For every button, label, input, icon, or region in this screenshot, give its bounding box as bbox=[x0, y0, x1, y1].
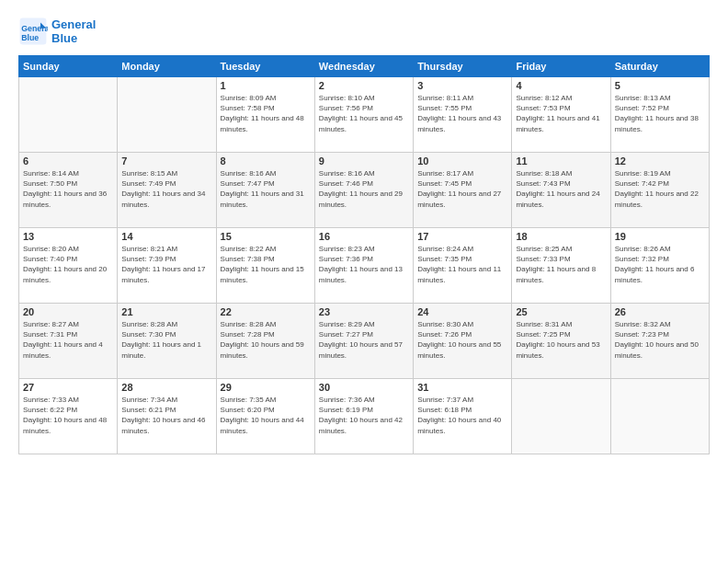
day-number: 22 bbox=[221, 306, 311, 317]
day-info: Sunrise: 8:24 AM Sunset: 7:35 PM Dayligh… bbox=[417, 244, 507, 285]
day-info: Sunrise: 8:09 AM Sunset: 7:58 PM Dayligh… bbox=[221, 93, 311, 134]
calendar-cell bbox=[118, 77, 216, 153]
calendar-header-row: SundayMondayTuesdayWednesdayThursdayFrid… bbox=[19, 56, 710, 77]
day-number: 29 bbox=[221, 382, 311, 393]
calendar-cell: 27Sunrise: 7:33 AM Sunset: 6:22 PM Dayli… bbox=[19, 379, 118, 454]
day-number: 19 bbox=[615, 231, 705, 242]
day-number: 17 bbox=[417, 231, 507, 242]
header-tuesday: Tuesday bbox=[216, 56, 314, 77]
day-number: 31 bbox=[417, 382, 507, 393]
calendar-cell: 1Sunrise: 8:09 AM Sunset: 7:58 PM Daylig… bbox=[216, 77, 314, 153]
day-info: Sunrise: 8:30 AM Sunset: 7:26 PM Dayligh… bbox=[417, 319, 507, 361]
day-number: 1 bbox=[221, 80, 311, 91]
day-number: 18 bbox=[516, 231, 606, 242]
day-info: Sunrise: 8:11 AM Sunset: 7:55 PM Dayligh… bbox=[417, 93, 507, 134]
calendar-cell bbox=[512, 379, 610, 454]
day-info: Sunrise: 7:33 AM Sunset: 6:22 PM Dayligh… bbox=[23, 395, 113, 436]
logo-text: GeneralBlue bbox=[51, 17, 96, 45]
day-number: 3 bbox=[417, 80, 507, 91]
calendar-cell: 15Sunrise: 8:22 AM Sunset: 7:38 PM Dayli… bbox=[216, 228, 314, 304]
day-info: Sunrise: 8:27 AM Sunset: 7:31 PM Dayligh… bbox=[23, 319, 113, 361]
calendar-cell: 13Sunrise: 8:20 AM Sunset: 7:40 PM Dayli… bbox=[19, 228, 118, 304]
day-number: 24 bbox=[417, 306, 507, 317]
day-info: Sunrise: 8:29 AM Sunset: 7:27 PM Dayligh… bbox=[319, 319, 409, 361]
day-info: Sunrise: 8:32 AM Sunset: 7:23 PM Dayligh… bbox=[615, 319, 705, 361]
calendar-cell: 25Sunrise: 8:31 AM Sunset: 7:25 PM Dayli… bbox=[512, 304, 610, 379]
calendar-cell: 26Sunrise: 8:32 AM Sunset: 7:23 PM Dayli… bbox=[610, 304, 709, 379]
day-info: Sunrise: 8:12 AM Sunset: 7:53 PM Dayligh… bbox=[516, 93, 606, 134]
header-thursday: Thursday bbox=[414, 56, 512, 77]
day-info: Sunrise: 8:10 AM Sunset: 7:56 PM Dayligh… bbox=[319, 93, 409, 134]
day-info: Sunrise: 8:13 AM Sunset: 7:52 PM Dayligh… bbox=[615, 93, 705, 134]
calendar-cell: 12Sunrise: 8:19 AM Sunset: 7:42 PM Dayli… bbox=[610, 153, 709, 228]
svg-text:General: General bbox=[21, 24, 48, 33]
calendar-week-4: 27Sunrise: 7:33 AM Sunset: 6:22 PM Dayli… bbox=[19, 379, 710, 454]
day-info: Sunrise: 8:31 AM Sunset: 7:25 PM Dayligh… bbox=[516, 319, 606, 361]
calendar-cell: 24Sunrise: 8:30 AM Sunset: 7:26 PM Dayli… bbox=[414, 304, 512, 379]
day-info: Sunrise: 8:26 AM Sunset: 7:32 PM Dayligh… bbox=[615, 244, 705, 285]
calendar-cell: 6Sunrise: 8:14 AM Sunset: 7:50 PM Daylig… bbox=[19, 153, 118, 228]
day-info: Sunrise: 7:37 AM Sunset: 6:18 PM Dayligh… bbox=[417, 395, 507, 436]
calendar-table: SundayMondayTuesdayWednesdayThursdayFrid… bbox=[18, 55, 710, 454]
day-number: 4 bbox=[516, 80, 606, 91]
calendar-cell: 21Sunrise: 8:28 AM Sunset: 7:30 PM Dayli… bbox=[118, 304, 216, 379]
day-number: 5 bbox=[615, 80, 705, 91]
day-number: 11 bbox=[516, 155, 606, 167]
calendar-cell: 7Sunrise: 8:15 AM Sunset: 7:49 PM Daylig… bbox=[118, 153, 216, 228]
day-number: 6 bbox=[23, 155, 113, 167]
day-number: 28 bbox=[121, 382, 211, 393]
day-info: Sunrise: 7:35 AM Sunset: 6:20 PM Dayligh… bbox=[221, 395, 311, 436]
day-number: 26 bbox=[615, 306, 705, 317]
day-number: 23 bbox=[319, 306, 409, 317]
day-info: Sunrise: 8:19 AM Sunset: 7:42 PM Dayligh… bbox=[615, 168, 705, 210]
day-info: Sunrise: 7:36 AM Sunset: 6:19 PM Dayligh… bbox=[319, 395, 409, 436]
day-number: 9 bbox=[319, 155, 409, 167]
calendar-cell: 5Sunrise: 8:13 AM Sunset: 7:52 PM Daylig… bbox=[610, 77, 709, 153]
day-info: Sunrise: 8:25 AM Sunset: 7:33 PM Dayligh… bbox=[516, 244, 606, 285]
header-wednesday: Wednesday bbox=[314, 56, 413, 77]
header-monday: Monday bbox=[118, 56, 216, 77]
calendar-cell bbox=[19, 77, 118, 153]
day-number: 2 bbox=[319, 80, 409, 91]
svg-text:Blue: Blue bbox=[21, 33, 39, 42]
day-info: Sunrise: 8:16 AM Sunset: 7:47 PM Dayligh… bbox=[221, 168, 311, 210]
day-info: Sunrise: 8:21 AM Sunset: 7:39 PM Dayligh… bbox=[121, 244, 211, 285]
day-info: Sunrise: 8:15 AM Sunset: 7:49 PM Dayligh… bbox=[121, 168, 211, 210]
calendar-cell: 30Sunrise: 7:36 AM Sunset: 6:19 PM Dayli… bbox=[314, 379, 413, 454]
calendar-cell: 14Sunrise: 8:21 AM Sunset: 7:39 PM Dayli… bbox=[118, 228, 216, 304]
day-info: Sunrise: 8:23 AM Sunset: 7:36 PM Dayligh… bbox=[319, 244, 409, 285]
header-saturday: Saturday bbox=[610, 56, 709, 77]
day-number: 14 bbox=[121, 231, 211, 242]
day-number: 27 bbox=[23, 382, 113, 393]
calendar-cell: 10Sunrise: 8:17 AM Sunset: 7:45 PM Dayli… bbox=[414, 153, 512, 228]
day-number: 30 bbox=[319, 382, 409, 393]
calendar-cell: 2Sunrise: 8:10 AM Sunset: 7:56 PM Daylig… bbox=[314, 77, 413, 153]
calendar-cell: 9Sunrise: 8:16 AM Sunset: 7:46 PM Daylig… bbox=[314, 153, 413, 228]
day-number: 16 bbox=[319, 231, 409, 242]
page-header: General Blue GeneralBlue bbox=[18, 17, 710, 46]
day-info: Sunrise: 7:34 AM Sunset: 6:21 PM Dayligh… bbox=[121, 395, 211, 436]
calendar-cell bbox=[610, 379, 709, 454]
calendar-cell: 18Sunrise: 8:25 AM Sunset: 7:33 PM Dayli… bbox=[512, 228, 610, 304]
header-sunday: Sunday bbox=[19, 56, 118, 77]
day-number: 21 bbox=[121, 306, 211, 317]
calendar-week-0: 1Sunrise: 8:09 AM Sunset: 7:58 PM Daylig… bbox=[19, 77, 710, 153]
day-number: 20 bbox=[23, 306, 113, 317]
calendar-cell: 11Sunrise: 8:18 AM Sunset: 7:43 PM Dayli… bbox=[512, 153, 610, 228]
day-info: Sunrise: 8:16 AM Sunset: 7:46 PM Dayligh… bbox=[319, 168, 409, 210]
calendar-cell: 23Sunrise: 8:29 AM Sunset: 7:27 PM Dayli… bbox=[314, 304, 413, 379]
calendar-week-3: 20Sunrise: 8:27 AM Sunset: 7:31 PM Dayli… bbox=[19, 304, 710, 379]
day-number: 7 bbox=[121, 155, 211, 167]
day-info: Sunrise: 8:20 AM Sunset: 7:40 PM Dayligh… bbox=[23, 244, 113, 285]
calendar-cell: 28Sunrise: 7:34 AM Sunset: 6:21 PM Dayli… bbox=[118, 379, 216, 454]
calendar-cell: 31Sunrise: 7:37 AM Sunset: 6:18 PM Dayli… bbox=[414, 379, 512, 454]
day-number: 15 bbox=[221, 231, 311, 242]
day-info: Sunrise: 8:22 AM Sunset: 7:38 PM Dayligh… bbox=[221, 244, 311, 285]
day-number: 25 bbox=[516, 306, 606, 317]
calendar-cell: 16Sunrise: 8:23 AM Sunset: 7:36 PM Dayli… bbox=[314, 228, 413, 304]
logo: General Blue GeneralBlue bbox=[18, 17, 96, 46]
day-info: Sunrise: 8:18 AM Sunset: 7:43 PM Dayligh… bbox=[516, 168, 606, 210]
logo-icon: General Blue bbox=[18, 17, 48, 46]
day-number: 12 bbox=[615, 155, 705, 167]
calendar-cell: 17Sunrise: 8:24 AM Sunset: 7:35 PM Dayli… bbox=[414, 228, 512, 304]
